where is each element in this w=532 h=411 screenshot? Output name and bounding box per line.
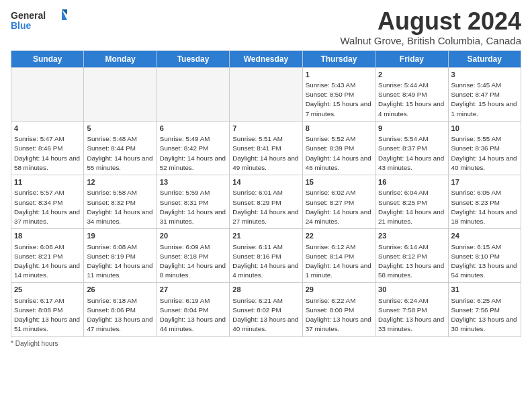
day-info: Sunrise: 6:04 AM Sunset: 8:25 PM Dayligh… xyxy=(378,188,445,226)
calendar-cell: 12Sunrise: 5:58 AM Sunset: 8:32 PM Dayli… xyxy=(84,175,157,229)
calendar-cell: 28Sunrise: 6:21 AM Sunset: 8:02 PM Dayli… xyxy=(230,283,302,336)
calendar-week-row: 4Sunrise: 5:47 AM Sunset: 8:46 PM Daylig… xyxy=(11,121,521,175)
day-number: 19 xyxy=(87,231,153,241)
calendar-cell: 13Sunrise: 5:59 AM Sunset: 8:31 PM Dayli… xyxy=(157,175,229,229)
day-number: 7 xyxy=(232,124,299,134)
day-info: Sunrise: 6:24 AM Sunset: 7:58 PM Dayligh… xyxy=(378,296,445,334)
calendar-cell: 15Sunrise: 6:02 AM Sunset: 8:27 PM Dayli… xyxy=(302,175,375,229)
calendar-week-row: 18Sunrise: 6:06 AM Sunset: 8:21 PM Dayli… xyxy=(11,229,521,283)
day-info: Sunrise: 5:47 AM Sunset: 8:46 PM Dayligh… xyxy=(14,134,81,173)
day-info: Sunrise: 5:52 AM Sunset: 8:39 PM Dayligh… xyxy=(306,134,372,173)
dow-header: Wednesday xyxy=(230,50,302,67)
calendar-cell xyxy=(84,67,157,121)
day-number: 10 xyxy=(451,124,518,134)
day-info: Sunrise: 5:59 AM Sunset: 8:31 PM Dayligh… xyxy=(160,188,226,226)
day-info: Sunrise: 5:45 AM Sunset: 8:47 PM Dayligh… xyxy=(451,81,518,119)
day-number: 6 xyxy=(160,124,226,134)
day-info: Sunrise: 6:09 AM Sunset: 8:18 PM Dayligh… xyxy=(160,242,226,281)
day-number: 20 xyxy=(160,231,226,241)
day-number: 13 xyxy=(160,177,226,187)
calendar-cell: 18Sunrise: 6:06 AM Sunset: 8:21 PM Dayli… xyxy=(11,229,84,283)
day-info: Sunrise: 6:21 AM Sunset: 8:02 PM Dayligh… xyxy=(232,296,299,334)
days-of-week-row: SundayMondayTuesdayWednesdayThursdayFrid… xyxy=(11,50,521,67)
calendar-cell: 17Sunrise: 6:05 AM Sunset: 8:23 PM Dayli… xyxy=(448,175,521,229)
day-info: Sunrise: 5:54 AM Sunset: 8:37 PM Dayligh… xyxy=(378,134,445,173)
day-number: 27 xyxy=(160,285,226,295)
calendar-cell: 26Sunrise: 6:18 AM Sunset: 8:06 PM Dayli… xyxy=(84,283,157,336)
day-info: Sunrise: 6:17 AM Sunset: 8:08 PM Dayligh… xyxy=(14,296,81,334)
day-number: 16 xyxy=(378,177,445,187)
day-info: Sunrise: 6:22 AM Sunset: 8:00 PM Dayligh… xyxy=(306,296,372,334)
logo-svg: General Blue xyxy=(11,8,71,32)
day-number: 21 xyxy=(232,231,299,241)
day-number: 1 xyxy=(306,70,372,80)
day-number: 11 xyxy=(14,177,81,187)
day-number: 29 xyxy=(306,285,372,295)
page: General Blue August 2024 Walnut Grove, B… xyxy=(0,0,532,353)
calendar-week-row: 1Sunrise: 5:43 AM Sunset: 8:50 PM Daylig… xyxy=(11,67,521,121)
calendar-cell: 25Sunrise: 6:17 AM Sunset: 8:08 PM Dayli… xyxy=(11,283,84,336)
calendar-cell: 14Sunrise: 6:01 AM Sunset: 8:29 PM Dayli… xyxy=(230,175,302,229)
day-number: 30 xyxy=(378,285,445,295)
footer-note: * Daylight hours xyxy=(11,340,521,347)
calendar-cell: 23Sunrise: 6:14 AM Sunset: 8:12 PM Dayli… xyxy=(375,229,448,283)
day-number: 24 xyxy=(451,231,518,241)
day-info: Sunrise: 5:43 AM Sunset: 8:50 PM Dayligh… xyxy=(306,81,372,119)
main-title: August 2024 xyxy=(340,8,521,35)
day-info: Sunrise: 6:12 AM Sunset: 8:14 PM Dayligh… xyxy=(306,242,372,281)
day-info: Sunrise: 5:51 AM Sunset: 8:41 PM Dayligh… xyxy=(232,134,299,173)
day-info: Sunrise: 6:15 AM Sunset: 8:10 PM Dayligh… xyxy=(451,242,518,281)
day-number: 2 xyxy=(378,70,445,80)
logo-container: General Blue xyxy=(11,8,71,32)
title-area: August 2024 Walnut Grove, British Columb… xyxy=(340,8,521,46)
calendar-cell: 6Sunrise: 5:49 AM Sunset: 8:42 PM Daylig… xyxy=(157,121,229,175)
subtitle: Walnut Grove, British Columbia, Canada xyxy=(340,35,521,46)
day-number: 14 xyxy=(232,177,299,187)
calendar-cell: 31Sunrise: 6:25 AM Sunset: 7:56 PM Dayli… xyxy=(448,283,521,336)
day-info: Sunrise: 6:18 AM Sunset: 8:06 PM Dayligh… xyxy=(87,296,153,334)
calendar-cell: 30Sunrise: 6:24 AM Sunset: 7:58 PM Dayli… xyxy=(375,283,448,336)
calendar-cell: 9Sunrise: 5:54 AM Sunset: 8:37 PM Daylig… xyxy=(375,121,448,175)
dow-header: Friday xyxy=(375,50,448,67)
calendar-table: SundayMondayTuesdayWednesdayThursdayFrid… xyxy=(11,50,521,337)
day-info: Sunrise: 5:58 AM Sunset: 8:32 PM Dayligh… xyxy=(87,188,153,226)
calendar-cell: 8Sunrise: 5:52 AM Sunset: 8:39 PM Daylig… xyxy=(302,121,375,175)
day-info: Sunrise: 5:44 AM Sunset: 8:49 PM Dayligh… xyxy=(378,81,445,119)
day-number: 5 xyxy=(87,124,153,134)
day-info: Sunrise: 5:49 AM Sunset: 8:42 PM Dayligh… xyxy=(160,134,226,173)
dow-header: Tuesday xyxy=(157,50,229,67)
day-number: 23 xyxy=(378,231,445,241)
day-number: 12 xyxy=(87,177,153,187)
day-number: 15 xyxy=(306,177,372,187)
calendar-cell: 22Sunrise: 6:12 AM Sunset: 8:14 PM Dayli… xyxy=(302,229,375,283)
calendar-cell: 2Sunrise: 5:44 AM Sunset: 8:49 PM Daylig… xyxy=(375,67,448,121)
day-number: 3 xyxy=(451,70,518,80)
dow-header: Monday xyxy=(84,50,157,67)
day-info: Sunrise: 6:11 AM Sunset: 8:16 PM Dayligh… xyxy=(232,242,299,281)
day-info: Sunrise: 6:25 AM Sunset: 7:56 PM Dayligh… xyxy=(451,296,518,334)
calendar-cell: 27Sunrise: 6:19 AM Sunset: 8:04 PM Dayli… xyxy=(157,283,229,336)
day-info: Sunrise: 6:05 AM Sunset: 8:23 PM Dayligh… xyxy=(451,188,518,226)
day-info: Sunrise: 6:08 AM Sunset: 8:19 PM Dayligh… xyxy=(87,242,153,281)
header-area: General Blue August 2024 Walnut Grove, B… xyxy=(11,8,521,46)
calendar-body: 1Sunrise: 5:43 AM Sunset: 8:50 PM Daylig… xyxy=(11,67,521,336)
day-info: Sunrise: 5:57 AM Sunset: 8:34 PM Dayligh… xyxy=(14,188,81,226)
logo: General Blue xyxy=(11,8,71,32)
dow-header: Saturday xyxy=(448,50,521,67)
day-number: 18 xyxy=(14,231,81,241)
day-info: Sunrise: 6:01 AM Sunset: 8:29 PM Dayligh… xyxy=(232,188,299,226)
day-number: 31 xyxy=(451,285,518,295)
day-number: 22 xyxy=(306,231,372,241)
calendar-cell: 19Sunrise: 6:08 AM Sunset: 8:19 PM Dayli… xyxy=(84,229,157,283)
calendar-cell xyxy=(157,67,229,121)
calendar-week-row: 25Sunrise: 6:17 AM Sunset: 8:08 PM Dayli… xyxy=(11,283,521,336)
svg-text:Blue: Blue xyxy=(11,20,32,31)
calendar-cell: 20Sunrise: 6:09 AM Sunset: 8:18 PM Dayli… xyxy=(157,229,229,283)
calendar-cell xyxy=(230,67,302,121)
calendar-cell: 21Sunrise: 6:11 AM Sunset: 8:16 PM Dayli… xyxy=(230,229,302,283)
daylight-hours-label: Daylight hours xyxy=(15,340,58,347)
day-number: 8 xyxy=(306,124,372,134)
day-number: 17 xyxy=(451,177,518,187)
calendar-cell: 16Sunrise: 6:04 AM Sunset: 8:25 PM Dayli… xyxy=(375,175,448,229)
day-info: Sunrise: 6:02 AM Sunset: 8:27 PM Dayligh… xyxy=(306,188,372,226)
